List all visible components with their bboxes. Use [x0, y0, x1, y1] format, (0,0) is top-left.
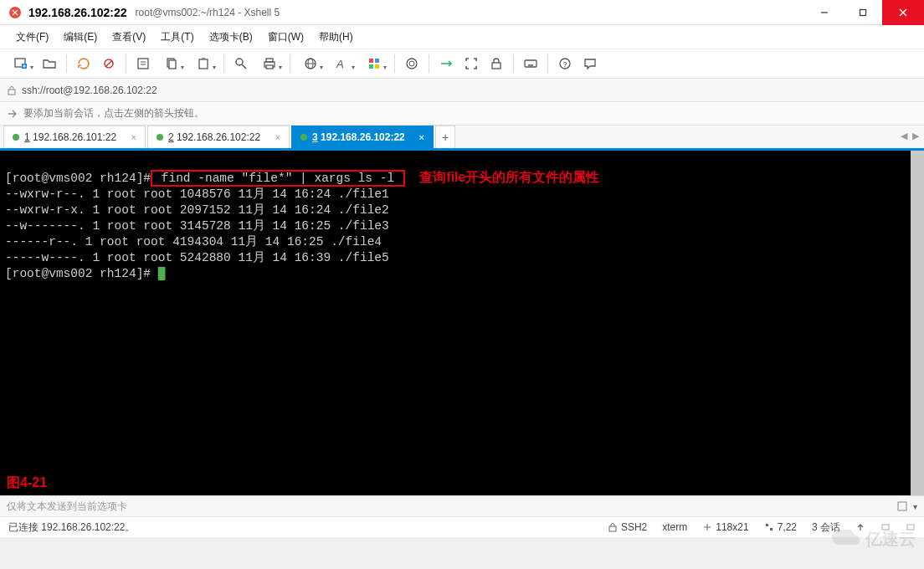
sendbar-dropdown-icon[interactable]: ▾ — [913, 502, 917, 511]
shell-prompt: [root@vms002 rh124]# — [5, 267, 158, 280]
tab-nav: ◀ ▶ — [901, 131, 919, 141]
feedback-button[interactable] — [579, 53, 601, 74]
status-dot-icon — [300, 134, 307, 141]
address-text[interactable]: ssh://root@192.168.26.102:22 — [22, 85, 157, 96]
svg-rect-43 — [766, 524, 768, 526]
app-icon — [8, 6, 22, 19]
status-sessions: 3 会话 — [812, 520, 840, 535]
menu-bar: 文件(F) 编辑(E) 查看(V) 工具(T) 选项卡(B) 窗口(W) 帮助(… — [0, 25, 924, 49]
close-tab-icon[interactable]: × — [125, 132, 136, 142]
paste-button[interactable] — [189, 53, 218, 74]
menu-view[interactable]: 查看(V) — [106, 28, 151, 47]
disconnect-button[interactable] — [98, 53, 120, 74]
close-button[interactable] — [882, 0, 924, 25]
output-line: ------r--. 1 root root 4194304 11月 14 16… — [5, 235, 382, 249]
terminal-cursor: █ — [158, 267, 166, 280]
status-connection: 已连接 192.168.26.102:22。 — [8, 520, 593, 535]
menu-tools[interactable]: 工具(T) — [155, 28, 199, 47]
print-button[interactable] — [255, 53, 284, 74]
svg-rect-45 — [882, 525, 889, 530]
svg-rect-41 — [898, 502, 906, 510]
shell-prompt: [root@vms002 rh124]# — [5, 172, 151, 185]
lock-icon — [7, 85, 17, 95]
open-session-button[interactable] — [38, 53, 60, 74]
font-button[interactable]: A — [328, 53, 357, 74]
maximize-button[interactable] — [844, 0, 882, 25]
search-button[interactable] — [230, 53, 252, 74]
svg-rect-33 — [525, 60, 536, 67]
fullscreen-button[interactable] — [460, 53, 482, 74]
session-tab-2[interactable]: 2 192.168.26.102:22 × — [147, 126, 290, 148]
svg-rect-15 — [169, 60, 176, 69]
status-size: 118x21 — [702, 521, 748, 533]
arrow-up-icon[interactable] — [855, 522, 865, 532]
lock-button[interactable] — [485, 53, 507, 74]
tab-next-button[interactable]: ▶ — [912, 131, 919, 141]
new-session-button[interactable] — [7, 53, 35, 74]
address-bar: ssh://root@192.168.26.102:22 — [0, 79, 924, 102]
svg-rect-27 — [369, 59, 373, 63]
menu-edit[interactable]: 编辑(E) — [58, 28, 103, 47]
svg-rect-21 — [266, 59, 273, 62]
svg-rect-30 — [375, 64, 379, 69]
annotation-text: 查询file开头的所有文件的属性 — [419, 170, 599, 184]
menu-file[interactable]: 文件(F) — [10, 28, 54, 47]
svg-text:?: ? — [563, 60, 567, 69]
svg-line-10 — [105, 60, 112, 67]
add-tab-button[interactable]: + — [435, 126, 455, 148]
toolbar: A ? — [0, 49, 924, 79]
svg-line-19 — [242, 64, 246, 69]
send-bar: 仅将文本发送到当前选项卡 ▾ — [0, 495, 924, 517]
svg-rect-44 — [770, 528, 773, 531]
cap-icon — [880, 522, 891, 532]
close-tab-icon[interactable]: × — [269, 132, 280, 142]
output-line: --wxrw-r-x. 1 root root 2097152 11月 14 1… — [5, 203, 389, 217]
menu-tab[interactable]: 选项卡(B) — [203, 28, 259, 47]
reconnect-button[interactable] — [73, 53, 95, 74]
svg-rect-16 — [199, 59, 208, 69]
svg-rect-29 — [369, 64, 373, 69]
close-tab-icon[interactable]: × — [413, 132, 424, 142]
add-session-arrow-icon[interactable] — [7, 108, 18, 120]
help-button[interactable]: ? — [554, 53, 576, 74]
svg-rect-46 — [907, 525, 914, 530]
svg-text:A: A — [336, 58, 344, 70]
terminal[interactable]: [root@vms002 rh124]# find -name "file*" … — [0, 151, 924, 495]
tab-prev-button[interactable]: ◀ — [901, 131, 907, 141]
hint-text: 要添加当前会话，点击左侧的箭头按钮。 — [23, 106, 204, 120]
color-button[interactable] — [360, 53, 388, 74]
session-tab-3[interactable]: 3 192.168.26.102:22 × — [291, 126, 434, 148]
encoding-button[interactable] — [296, 53, 325, 74]
copy-button[interactable] — [157, 53, 186, 74]
status-dot-icon — [157, 134, 163, 141]
status-dot-icon — [13, 134, 19, 141]
minimize-button[interactable] — [805, 0, 844, 25]
svg-rect-22 — [266, 65, 273, 69]
keyboard-button[interactable] — [520, 53, 542, 74]
status-cursor-pos: 7,22 — [764, 521, 797, 533]
svg-point-31 — [407, 59, 417, 69]
tab-bar: 1 192.168.26.101:22 × 2 192.168.26.102:2… — [0, 126, 924, 151]
output-line: --wxrw-r--. 1 root root 1048576 11月 14 1… — [5, 187, 389, 201]
window-subtitle: root@vms002:~/rh124 - Xshell 5 — [136, 7, 280, 18]
menu-window[interactable]: 窗口(W) — [262, 28, 310, 47]
cursor-pos-icon — [764, 522, 774, 532]
hint-bar: 要添加当前会话，点击左侧的箭头按钮。 — [0, 102, 924, 126]
terminal-scrollbar[interactable] — [911, 151, 924, 495]
window-host: 192.168.26.102:22 — [28, 6, 127, 19]
send-input[interactable]: 仅将文本发送到当前选项卡 — [7, 500, 891, 514]
menu-help[interactable]: 帮助(H) — [313, 28, 359, 47]
svg-rect-40 — [8, 90, 15, 95]
lock-icon — [608, 522, 618, 532]
svg-rect-11 — [138, 59, 148, 69]
properties-button[interactable] — [132, 53, 154, 74]
output-line: --w-------. 1 root root 3145728 11月 14 1… — [5, 219, 389, 233]
resize-icon — [702, 522, 712, 532]
status-bar: 已连接 192.168.26.102:22。 SSH2 xterm 118x21… — [0, 517, 924, 537]
svg-rect-32 — [492, 63, 501, 69]
session-tab-1[interactable]: 1 192.168.26.101:22 × — [3, 126, 146, 148]
script-button[interactable] — [401, 53, 423, 74]
xftp-button[interactable] — [435, 53, 457, 74]
svg-rect-17 — [202, 58, 205, 60]
sendbar-settings-icon[interactable] — [896, 500, 908, 512]
